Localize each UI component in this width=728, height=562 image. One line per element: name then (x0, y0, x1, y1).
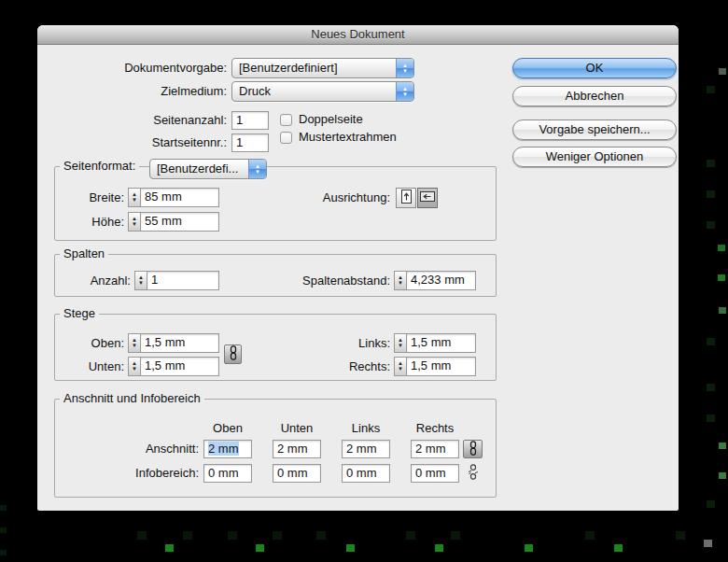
mustertextrahmen-label: Mustertextrahmen (299, 130, 397, 145)
infobereich-unlink-values-button[interactable] (465, 465, 482, 482)
background-dot (707, 500, 715, 508)
background-dot (707, 414, 715, 422)
background-dot (525, 544, 533, 552)
background-dot (718, 245, 725, 251)
background-dot (0, 505, 7, 511)
anzahl-input[interactable]: 1 (147, 271, 219, 290)
background-dot (585, 531, 595, 540)
background-dot (676, 531, 685, 540)
hoehe-stepper[interactable]: ▲▼ (128, 212, 141, 232)
breite-input[interactable]: 85 mm (140, 188, 219, 207)
links-label: Links: (299, 333, 390, 353)
unten-stepper[interactable]: ▲▼ (128, 357, 141, 376)
doppelseite-checkbox[interactable] (280, 114, 292, 126)
breite-label: Breite: (37, 188, 124, 207)
spaltenabstand-input[interactable]: 4,233 mm (406, 271, 476, 290)
background-dot (719, 307, 726, 314)
portrait-page-icon (400, 190, 413, 206)
ok-button[interactable]: OK (512, 58, 677, 78)
background-dot (719, 68, 726, 75)
background-dot (256, 544, 264, 552)
column-header-oben: Oben (203, 421, 252, 436)
anschnitt-unten-input[interactable]: 2 mm (273, 440, 321, 458)
dialog-titlebar[interactable]: Neues Dokument (37, 25, 679, 45)
infobereich-oben-input[interactable]: 0 mm (203, 464, 252, 483)
stege-legend: Stege (60, 306, 99, 321)
dokumentvorgabe-value: [Benutzerdefiniert] (232, 59, 396, 77)
anschnitt-link-values-button[interactable] (463, 440, 483, 458)
new-document-dialog: Neues Dokument Dokumentvorgabe: [Benutze… (37, 25, 679, 511)
background-dot (707, 384, 715, 391)
background-dot (451, 531, 460, 540)
mustertextrahmen-checkbox[interactable] (280, 132, 292, 144)
zielmedium-label: Zielmedium: (37, 81, 227, 102)
chain-link-icon (229, 345, 238, 363)
links-input[interactable]: 1,5 mm (406, 333, 476, 353)
anschnitt-infobereich-legend: Anschnitt und Infobereich (60, 391, 204, 406)
vorgabe-speichern-button[interactable]: Vorgabe speichern... (512, 119, 677, 140)
background-dot (614, 544, 623, 552)
infobereich-label: Infobereich: (37, 464, 199, 483)
breite-stepper[interactable]: ▲▼ (128, 188, 141, 207)
hoehe-label: Höhe: (37, 212, 124, 232)
zielmedium-dropdown[interactable]: Druck ▲▼ (231, 81, 414, 102)
spaltenabstand-stepper[interactable]: ▲▼ (394, 271, 407, 290)
anschnitt-rechts-input[interactable]: 2 mm (411, 440, 459, 458)
anschnitt-label: Anschnitt: (37, 440, 199, 458)
unten-label: Unten: (37, 357, 124, 376)
background-dot (346, 544, 355, 552)
broken-chain-icon (468, 464, 479, 483)
background-dot (0, 527, 7, 533)
background-dot (707, 221, 715, 229)
links-stepper[interactable]: ▲▼ (394, 333, 407, 353)
infobereich-links-input[interactable]: 0 mm (342, 464, 390, 483)
column-header-rechts: Rechts (411, 421, 459, 436)
seitenformat-dropdown[interactable]: [Benutzerdefi... ▲▼ (149, 159, 267, 179)
background-dot (704, 540, 712, 547)
popup-arrows-icon: ▲▼ (396, 82, 413, 101)
background-dot (718, 274, 725, 281)
rechts-stepper[interactable]: ▲▼ (394, 357, 407, 376)
seitenanzahl-input[interactable]: 1 (231, 111, 269, 130)
ausrichtung-label: Ausrichtung: (271, 188, 390, 208)
dialog-title: Neues Dokument (311, 27, 404, 41)
rechts-input[interactable]: 1,5 mm (406, 357, 476, 376)
seitenformat-legend: Seitenformat: (60, 159, 139, 174)
startseitennr-label: Startseitennr.: (37, 133, 227, 152)
spaltenabstand-label: Spaltenabstand: (252, 271, 390, 290)
anzahl-label: Anzahl: (37, 271, 131, 290)
anschnitt-oben-input[interactable]: 2 mm (203, 440, 252, 458)
background-dot (406, 531, 415, 540)
weniger-optionen-button[interactable]: Weniger Optionen (512, 147, 677, 167)
background-dot (707, 190, 715, 198)
unten-input[interactable]: 1,5 mm (140, 357, 219, 376)
rechts-label: Rechts: (299, 357, 390, 376)
spalten-legend: Spalten (60, 246, 108, 261)
chain-link-icon (469, 441, 478, 458)
background-dot (273, 531, 282, 540)
dokumentvorgabe-label: Dokumentvorgabe: (37, 58, 227, 78)
desktop-background: { "window": { "title": "Neues Dokument" … (0, 0, 728, 562)
dokumentvorgabe-dropdown[interactable]: [Benutzerdefiniert] ▲▼ (231, 58, 414, 78)
orientation-portrait-button[interactable] (396, 188, 416, 208)
infobereich-unten-input[interactable]: 0 mm (273, 464, 321, 483)
background-dot (707, 338, 715, 345)
abbrechen-button[interactable]: Abbrechen (512, 86, 677, 106)
orientation-landscape-button[interactable] (417, 188, 438, 208)
infobereich-rechts-input[interactable]: 0 mm (411, 464, 459, 483)
popup-arrows-icon: ▲▼ (248, 160, 266, 178)
background-dot (707, 160, 715, 167)
oben-label: Oben: (37, 333, 124, 353)
startseitennr-input[interactable]: 1 (231, 133, 269, 152)
background-dot (719, 472, 726, 479)
doppelseite-label: Doppelseite (299, 112, 363, 127)
background-dot (707, 86, 715, 93)
stege-link-margins-button[interactable] (224, 344, 242, 364)
seitenformat-value: [Benutzerdefi... (150, 160, 248, 178)
oben-input[interactable]: 1,5 mm (140, 333, 219, 353)
background-dot (183, 531, 192, 540)
oben-stepper[interactable]: ▲▼ (128, 333, 141, 353)
anzahl-stepper[interactable]: ▲▼ (134, 271, 147, 290)
anschnitt-links-input[interactable]: 2 mm (342, 440, 390, 458)
hoehe-input[interactable]: 55 mm (140, 212, 219, 232)
